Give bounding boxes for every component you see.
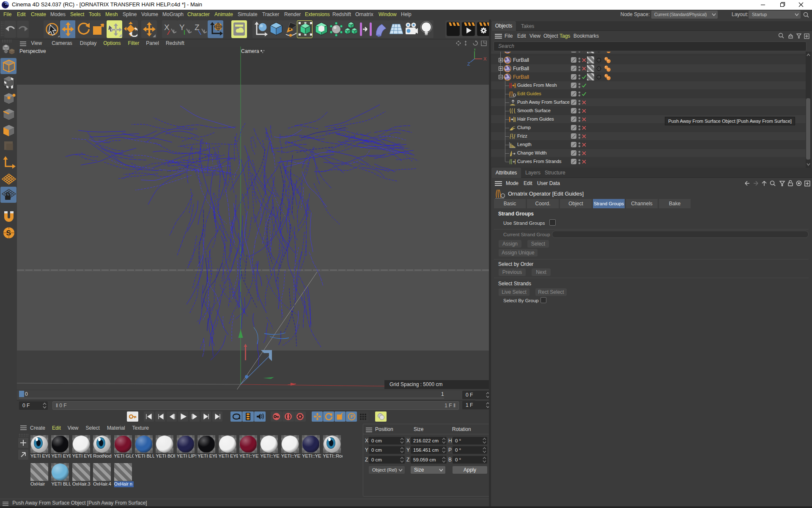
svg-text:P: P: [351, 414, 354, 419]
svg-text:S: S: [6, 229, 11, 237]
svg-text:Z: Z: [195, 23, 200, 32]
svg-text:X: X: [164, 23, 170, 32]
